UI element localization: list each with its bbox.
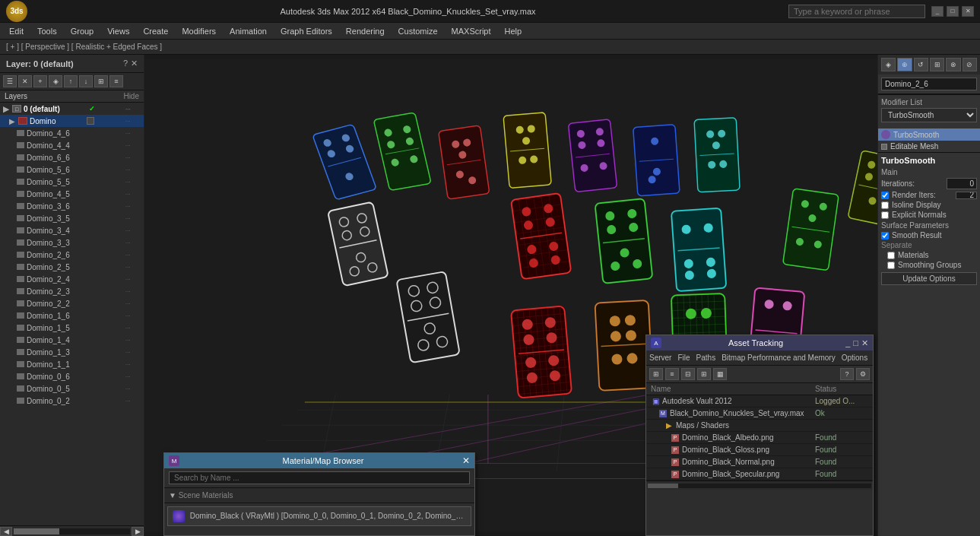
at-btn-2[interactable]: ≡ xyxy=(665,368,679,380)
material-browser-titlebar[interactable]: M Material/Map Browser ✕ xyxy=(164,453,474,468)
list-item[interactable]: Domino_2_4 ··· xyxy=(0,273,144,285)
layer-item-domino[interactable]: ▶ Domino ··· xyxy=(0,115,144,127)
menu-maxscript[interactable]: MAXScript xyxy=(446,25,497,37)
list-item[interactable]: Domino_1_6 ··· xyxy=(0,309,144,322)
list-item[interactable]: Domino_2_3 ··· xyxy=(0,285,144,297)
menu-customize[interactable]: Customize xyxy=(392,25,444,37)
layer-delete-btn[interactable]: ✕ xyxy=(18,75,32,87)
menu-modifiers[interactable]: Modifiers xyxy=(176,25,222,37)
at-btn-5[interactable]: ▦ xyxy=(713,368,727,380)
menu-views[interactable]: Views xyxy=(101,25,135,37)
at-menu-paths[interactable]: Paths xyxy=(696,354,716,362)
layer-move-btn[interactable]: ↑ xyxy=(64,75,78,87)
render-iters-check[interactable] xyxy=(881,192,889,199)
list-item[interactable]: Domino_3_4 ··· xyxy=(0,224,144,236)
maximize-button[interactable]: □ xyxy=(947,6,959,17)
at-scroll-thumb[interactable] xyxy=(648,484,678,488)
minimize-button[interactable]: _ xyxy=(931,6,944,17)
at-scrollbar[interactable] xyxy=(646,480,873,490)
list-item[interactable]: Domino_3_5 ··· xyxy=(0,212,144,224)
at-menu-file[interactable]: File xyxy=(677,354,690,362)
at-help-btn[interactable]: ? xyxy=(840,368,854,380)
at-scroll-track[interactable] xyxy=(648,484,871,488)
menu-tools[interactable]: Tools xyxy=(31,25,63,37)
at-close-btn[interactable]: ✕ xyxy=(861,338,868,348)
scroll-left-btn[interactable]: ◀ xyxy=(0,527,12,536)
list-item[interactable]: Domino_4_4 ··· xyxy=(0,139,144,151)
scroll-right-btn[interactable]: ▶ xyxy=(132,527,144,536)
list-item[interactable]: Domino_4_5 ··· xyxy=(0,188,144,200)
list-item[interactable]: Domino_1_3 ··· xyxy=(0,346,144,358)
smoothing-groups-check[interactable] xyxy=(887,262,895,269)
layer-link-btn[interactable]: ⊞ xyxy=(94,75,108,87)
menu-help[interactable]: Help xyxy=(499,25,528,37)
iterations-input[interactable] xyxy=(947,178,977,189)
menu-edit[interactable]: Edit xyxy=(3,25,30,37)
list-item[interactable]: Domino_1_1 ··· xyxy=(0,358,144,370)
layers-list[interactable]: ▶ □ 0 (default) ✓ ··· ▶ Domino ··· Domin… xyxy=(0,103,144,525)
asset-tracking-titlebar[interactable]: A Asset Tracking _ □ ✕ xyxy=(646,335,873,350)
at-menu-options[interactable]: Options xyxy=(842,354,867,362)
layer-panel-close[interactable]: ✕ xyxy=(131,59,138,68)
at-btn-1[interactable]: ⊞ xyxy=(649,368,663,380)
table-row[interactable]: ▣ Autodesk Vault 2012 Logged O... xyxy=(646,395,873,408)
materials-check[interactable] xyxy=(887,252,895,259)
rtb-select-btn[interactable]: ◈ xyxy=(881,58,896,71)
table-row[interactable]: P Domino_Black_Normal.png Found xyxy=(646,456,873,468)
update-options-btn[interactable]: Update Options xyxy=(881,272,977,285)
modifier-item-turbosm[interactable]: TurboSmooth xyxy=(878,128,980,141)
table-row[interactable]: M Black_Domino_Knuckles_Set_vray.max Ok xyxy=(646,408,873,420)
horizontal-scrollbar[interactable]: ◀ ▶ xyxy=(0,525,144,536)
render-iters-input[interactable] xyxy=(956,192,977,199)
modifier-dropdown[interactable]: TurboSmooth Edit Mesh Bend xyxy=(881,108,977,122)
material-browser-close[interactable]: ✕ xyxy=(462,455,470,466)
list-item[interactable]: Domino_1_5 ··· xyxy=(0,322,144,334)
asset-tracking-table[interactable]: ▣ Autodesk Vault 2012 Logged O... M Blac… xyxy=(646,395,873,480)
menu-create[interactable]: Create xyxy=(137,25,174,37)
object-name-input[interactable] xyxy=(881,78,977,90)
list-item[interactable]: Domino_3_6 ··· xyxy=(0,200,144,212)
list-item[interactable]: Domino_0_6 ··· xyxy=(0,370,144,382)
rtb-unlink-btn[interactable]: ⊘ xyxy=(963,58,977,71)
table-row[interactable]: P Domino_Black_Gloss.png Found xyxy=(646,444,873,456)
list-item[interactable]: Domino_0_5 ··· xyxy=(0,382,144,395)
scroll-track[interactable] xyxy=(14,528,130,534)
modifier-item-editable[interactable]: Editable Mesh xyxy=(878,141,980,152)
list-item[interactable]: Domino_6_6 ··· xyxy=(0,151,144,163)
menu-group[interactable]: Group xyxy=(65,25,100,37)
list-item[interactable]: Domino_2_6 ··· xyxy=(0,249,144,261)
isoline-check[interactable] xyxy=(881,201,889,209)
list-item[interactable]: Domino_2_5 ··· xyxy=(0,261,144,273)
at-menu-server[interactable]: Server xyxy=(649,354,671,362)
table-row[interactable]: P Domino_Black_Albedo.png Found xyxy=(646,432,873,444)
close-button[interactable]: ✕ xyxy=(962,6,974,17)
smooth-result-check[interactable] xyxy=(881,232,889,239)
at-btn-4[interactable]: ⊞ xyxy=(697,368,711,380)
list-item[interactable]: Domino_0_2 ··· xyxy=(0,395,144,407)
layer-panel-question[interactable]: ? xyxy=(123,59,128,68)
list-item[interactable]: Domino_1_4 ··· xyxy=(0,334,144,346)
layer-create-btn[interactable]: ☰ xyxy=(3,75,17,87)
list-item[interactable]: Domino_2_2 ··· xyxy=(0,297,144,309)
layer-prop-btn[interactable]: ≡ xyxy=(109,75,123,87)
list-item[interactable]: Domino_5_6 ··· xyxy=(0,163,144,176)
search-input[interactable] xyxy=(788,5,925,18)
rtb-scale-btn[interactable]: ⊞ xyxy=(930,58,944,71)
explicit-normals-check[interactable] xyxy=(881,211,889,219)
list-item[interactable]: Domino_3_3 ··· xyxy=(0,236,144,249)
at-btn-3[interactable]: ⊟ xyxy=(681,368,695,380)
hide-label[interactable]: Hide xyxy=(123,92,139,100)
at-minimize-btn[interactable]: _ xyxy=(845,338,850,348)
at-menu-bitmap[interactable]: Bitmap Performance and Memory xyxy=(722,354,836,362)
list-item[interactable]: Domino_5_5 ··· xyxy=(0,176,144,188)
list-item[interactable]: Domino_4_6 ··· xyxy=(0,127,144,139)
rtb-link-btn[interactable]: ⊗ xyxy=(946,58,960,71)
at-settings-btn[interactable]: ⚙ xyxy=(856,368,870,380)
layer-select-btn[interactable]: ◈ xyxy=(49,75,62,87)
rtb-move-btn[interactable]: ⊕ xyxy=(897,58,912,71)
layer-move-down-btn[interactable]: ↓ xyxy=(79,75,93,87)
at-restore-btn[interactable]: □ xyxy=(853,338,858,348)
menu-rendering[interactable]: Rendering xyxy=(340,25,391,37)
layer-add-btn[interactable]: + xyxy=(33,75,47,87)
table-row[interactable]: P Domino_Black_Specular.png Found xyxy=(646,468,873,480)
